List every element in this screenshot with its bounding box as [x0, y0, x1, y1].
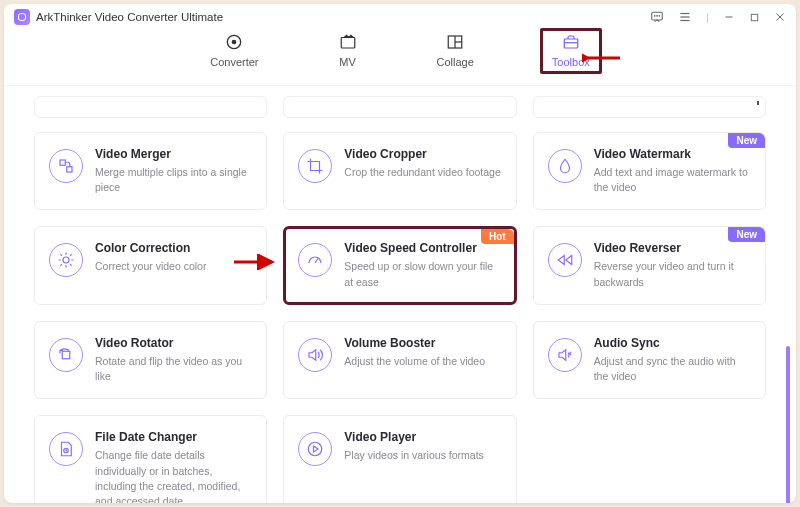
window-controls: |: [650, 10, 786, 24]
tool-video-cropper[interactable]: Video CropperCrop the redundant video fo…: [283, 132, 516, 210]
hot-badge: Hot: [481, 229, 514, 244]
tool-desc: Change file date details individually or…: [95, 448, 254, 503]
tool-desc: Merge multiple clips into a single piece: [95, 165, 254, 195]
tool-desc: Speed up or slow down your file at ease: [344, 259, 503, 289]
tool-desc: Crop the redundant video footage: [344, 165, 503, 180]
tool-title: Volume Booster: [344, 336, 503, 350]
svg-rect-8: [751, 14, 757, 20]
tool-video-reverser[interactable]: New Video ReverserReverse your video and…: [533, 226, 766, 304]
minimize-button[interactable]: [723, 11, 735, 23]
app-window: ArkThinker Video Converter Ultimate | Co…: [4, 4, 796, 503]
tool-title: Video Rotator: [95, 336, 254, 350]
tool-desc: Play videos in various formats: [344, 448, 503, 463]
collage-icon: [444, 32, 466, 52]
tab-label: MV: [339, 56, 356, 68]
menu-icon[interactable]: [678, 10, 692, 24]
svg-rect-20: [60, 160, 65, 165]
tab-toolbox[interactable]: Toolbox: [552, 32, 590, 68]
toolbox-icon: [560, 32, 582, 52]
svg-point-22: [63, 257, 69, 263]
tool-title: Video Player: [344, 430, 503, 444]
close-button[interactable]: [774, 11, 786, 23]
new-badge: New: [728, 133, 765, 148]
title-bar: ArkThinker Video Converter Ultimate |: [4, 4, 796, 30]
tool-desc: Rotate and flip the video as you like: [95, 354, 254, 384]
tool-color-correction[interactable]: Color CorrectionCorrect your video color: [34, 226, 267, 304]
partial-card[interactable]: [283, 96, 516, 118]
tab-collage[interactable]: Collage: [437, 32, 474, 68]
feedback-icon[interactable]: [650, 10, 664, 24]
tool-desc: Add text and image watermark to the vide…: [594, 165, 753, 195]
svg-rect-26: [62, 351, 70, 359]
merger-icon: [49, 149, 83, 183]
tool-video-speed-controller[interactable]: Hot Video Speed ControllerSpeed up or sl…: [283, 226, 516, 304]
app-logo-icon: [14, 9, 30, 25]
tool-video-player[interactable]: Video PlayerPlay videos in various forma…: [283, 415, 516, 503]
svg-rect-21: [67, 167, 72, 172]
scrollbar-thumb[interactable]: [786, 346, 790, 503]
watermark-icon: [548, 149, 582, 183]
mv-icon: [337, 32, 359, 52]
tab-mv[interactable]: MV: [337, 32, 359, 68]
color-icon: [49, 243, 83, 277]
maximize-button[interactable]: [749, 12, 760, 23]
partial-top-row: [34, 96, 766, 118]
tool-audio-sync[interactable]: Audio SyncAdjust and sync the audio with…: [533, 321, 766, 399]
volume-icon: [298, 338, 332, 372]
tool-file-date-changer[interactable]: File Date ChangerChange file date detail…: [34, 415, 267, 503]
tool-desc: Reverse your video and turn it backwards: [594, 259, 753, 289]
svg-point-2: [657, 15, 658, 16]
svg-line-23: [315, 259, 318, 264]
tool-title: Audio Sync: [594, 336, 753, 350]
svg-point-30: [309, 443, 323, 457]
main-tabs: Converter MV Collage Toolbox: [4, 30, 796, 86]
toolbox-grid-area: Video MergerMerge multiple clips into a …: [4, 86, 796, 503]
file-date-icon: [49, 432, 83, 466]
converter-icon: [223, 32, 245, 52]
tab-label: Collage: [437, 56, 474, 68]
cropper-icon: [298, 149, 332, 183]
svg-rect-13: [341, 38, 355, 49]
tab-label: Converter: [210, 56, 258, 68]
svg-point-1: [654, 15, 655, 16]
rotator-icon: [49, 338, 83, 372]
tool-title: Video Speed Controller: [344, 241, 503, 255]
svg-point-3: [659, 15, 660, 16]
tool-title: Video Cropper: [344, 147, 503, 161]
svg-marker-31: [314, 446, 319, 452]
player-icon: [298, 432, 332, 466]
tool-title: Video Reverser: [594, 241, 753, 255]
tab-label: Toolbox: [552, 56, 590, 68]
tool-title: Color Correction: [95, 241, 254, 255]
tool-video-rotator[interactable]: Video RotatorRotate and flip the video a…: [34, 321, 267, 399]
tool-video-merger[interactable]: Video MergerMerge multiple clips into a …: [34, 132, 267, 210]
tab-converter[interactable]: Converter: [210, 32, 258, 68]
app-title: ArkThinker Video Converter Ultimate: [36, 11, 223, 23]
svg-marker-24: [558, 256, 564, 265]
tool-title: Video Watermark: [594, 147, 753, 161]
tool-grid: Video MergerMerge multiple clips into a …: [34, 132, 766, 503]
tool-title: Video Merger: [95, 147, 254, 161]
partial-card[interactable]: [34, 96, 267, 118]
tool-video-watermark[interactable]: New Video WatermarkAdd text and image wa…: [533, 132, 766, 210]
svg-rect-17: [564, 39, 578, 48]
tool-title: File Date Changer: [95, 430, 254, 444]
tool-desc: Correct your video color: [95, 259, 254, 274]
tool-desc: Adjust and sync the audio with the video: [594, 354, 753, 384]
partial-card[interactable]: [533, 96, 766, 118]
tool-desc: Adjust the volume of the video: [344, 354, 503, 369]
tool-volume-booster[interactable]: Volume BoosterAdjust the volume of the v…: [283, 321, 516, 399]
speed-icon: [298, 243, 332, 277]
svg-marker-25: [565, 256, 571, 265]
new-badge: New: [728, 227, 765, 242]
svg-marker-27: [309, 350, 316, 361]
audio-sync-icon: [548, 338, 582, 372]
svg-point-12: [233, 40, 236, 43]
svg-marker-28: [559, 350, 566, 361]
reverser-icon: [548, 243, 582, 277]
